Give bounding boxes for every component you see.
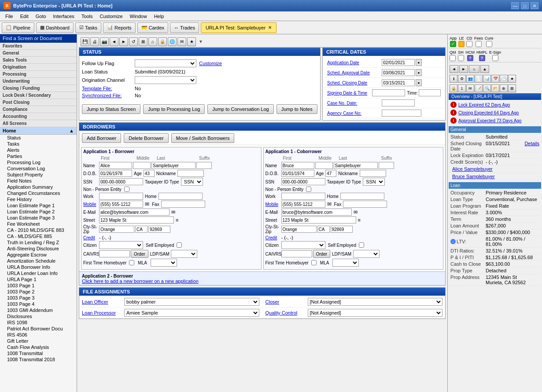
coborrower-fax-input[interactable] — [343, 201, 387, 208]
alice-link[interactable]: Alice Samplebuyer — [450, 166, 494, 172]
rp-tb2-6[interactable]: 📂 — [491, 84, 499, 92]
signing-date-input[interactable] — [372, 89, 405, 96]
sidebar-accounting[interactable]: Accounting — [0, 113, 77, 120]
esign-checkbox[interactable] — [492, 55, 498, 61]
sidebar-item-urla-lender[interactable]: URLA Lender Loan Info — [0, 270, 77, 276]
co-credit-link[interactable]: Credit — [265, 235, 280, 240]
sidebar-item-1003-page1[interactable]: 1003 Page 1 — [0, 282, 77, 289]
borrower-last-input[interactable] — [151, 162, 195, 169]
delete-borrower-button[interactable]: Delete Borrower — [124, 133, 168, 143]
sidebar-item-conversation-log[interactable]: Conversation Log — [0, 165, 77, 172]
sched-closing-input[interactable] — [382, 79, 415, 86]
rp-back-button[interactable]: ◄ — [450, 65, 458, 73]
sidebar-closing-funding[interactable]: Closing / Funding — [0, 85, 77, 92]
coborrower-suffix-input[interactable] — [379, 162, 394, 169]
alert-2-text[interactable]: Closing Expected 64 Days Ago — [458, 110, 519, 115]
sched-approval-calendar-icon[interactable]: ● — [416, 69, 422, 76]
coborrower-mobile-input[interactable] — [281, 201, 325, 208]
borrower-ssn-input[interactable] — [99, 178, 143, 185]
title-bar-controls[interactable]: — □ ✕ — [511, 2, 538, 9]
mobile-link[interactable]: Mobile — [83, 202, 98, 207]
active-tab[interactable]: URLA PI Test: Samplebuyer ✕ — [201, 22, 277, 33]
rp-tb2-4[interactable]: 📝 — [475, 84, 483, 92]
borrower-self-employed-checkbox[interactable] — [177, 242, 182, 248]
email-send-icon[interactable]: ✉ — [171, 209, 175, 215]
sidebar-compliance[interactable]: Compliance — [0, 106, 77, 113]
cardex-button[interactable]: 💳 Cardex — [137, 22, 168, 33]
orig-channel-select[interactable] — [135, 76, 196, 84]
coborrower-middle-input[interactable] — [315, 162, 333, 169]
fees-checkbox[interactable] — [476, 41, 482, 47]
sidebar-lock-desk[interactable]: Lock Desk / Secondary — [0, 92, 77, 99]
co-mobile-link[interactable]: Mobile — [265, 202, 280, 207]
rp-cal-icon[interactable]: 📅 — [491, 75, 499, 83]
borrower-citizen-select[interactable] — [99, 241, 143, 249]
rp-tb2-1[interactable]: 🔒 — [450, 84, 457, 92]
loan-processor-link[interactable]: Loan Processor — [82, 310, 122, 315]
coborrower-ssn-input[interactable] — [281, 178, 325, 185]
sidebar-item-ca885[interactable]: CA - MLDS/GFE 885 — [0, 233, 77, 239]
borrower-city-input[interactable] — [99, 226, 134, 233]
co-street-scroll-icon[interactable]: ≡ — [358, 217, 361, 223]
back-icon[interactable]: ◄ — [110, 37, 118, 46]
sidebar-item-1003-page3[interactable]: 1003 Page 3 — [0, 295, 77, 301]
rp-star-icon[interactable]: ★ — [508, 75, 516, 83]
coborrower-email-input[interactable] — [281, 209, 352, 216]
borrower-home-input[interactable] — [159, 193, 203, 200]
sidebar-item-status[interactable]: Status — [0, 135, 77, 141]
coborrower-work-input[interactable] — [281, 193, 325, 200]
menu-customize[interactable]: Customize — [96, 13, 126, 20]
borrower-middle-input[interactable] — [133, 162, 151, 169]
menu-interfaces[interactable]: Interfaces — [50, 13, 78, 20]
trades-button[interactable]: ↔ Trades — [170, 22, 199, 33]
coborrower-last-input[interactable] — [334, 162, 378, 169]
jump-processing-log-button[interactable]: Jump to Processing Log — [143, 104, 205, 114]
forward-icon[interactable]: ► — [119, 37, 128, 46]
sidebar-item-1003-page4[interactable]: 1003 Page 4 — [0, 301, 77, 307]
sched-closing-calendar-icon[interactable]: ● — [416, 79, 422, 86]
mail-icon[interactable]: ✉ — [177, 37, 186, 46]
borrower-state-input[interactable] — [135, 226, 147, 233]
sidebar-home-group[interactable]: Home ▲ — [0, 127, 77, 135]
sidebar-item-subject-property[interactable]: Subject Property — [0, 172, 77, 178]
sidebar-item-gift-letter[interactable]: Gift Letter — [0, 338, 77, 344]
globe-icon[interactable]: 🌐 — [168, 37, 177, 46]
coborrower-street-input[interactable] — [281, 216, 356, 223]
sidebar-item-parties[interactable]: Parties — [0, 153, 77, 159]
sidebar-item-tasks[interactable]: Tasks — [0, 141, 77, 147]
app-date-label[interactable]: Application Date — [327, 60, 380, 65]
coborrower-self-employed-checkbox[interactable] — [359, 242, 364, 248]
sidebar-item-changed-circ[interactable]: Changed Circumstances — [0, 190, 77, 196]
rp-tb2-2[interactable]: 1 — [458, 84, 466, 92]
tasks-button[interactable]: ☑ Tasks — [75, 22, 101, 33]
borrower-work-input[interactable] — [99, 193, 143, 200]
case-no-date-input[interactable] — [382, 99, 415, 106]
sched-approval-input[interactable] — [382, 69, 415, 76]
coborrower-order-button[interactable]: Order — [313, 250, 331, 258]
coborrower-citizen-select[interactable] — [281, 241, 325, 249]
borrower-street-input[interactable] — [99, 216, 174, 223]
sidebar-item-1003-gmi[interactable]: 1003 GMI Addendum — [0, 307, 77, 313]
borrower-first-time-checkbox[interactable] — [129, 260, 134, 265]
loan-processor-select[interactable]: Amiee Sample — [124, 309, 259, 317]
rp-clock-icon[interactable]: 🕐 — [500, 75, 508, 83]
synchronized-file-link[interactable]: Synchronized File: — [82, 93, 135, 98]
maximize-button[interactable]: □ — [521, 2, 529, 9]
sidebar-item-irs4506[interactable]: IRS 4506 — [0, 332, 77, 338]
sidebar-item-le-page2[interactable]: Loan Estimate Page 2 — [0, 209, 77, 215]
borrower-mobile-input[interactable] — [99, 201, 143, 208]
borrower-mla-select[interactable] — [151, 259, 177, 267]
sidebar-item-disclosures[interactable]: Disclosures — [0, 313, 77, 319]
sidebar-item-field-notes[interactable]: Field Notes — [0, 178, 77, 184]
move-borrower-button[interactable]: Move / Switch Borrowers — [171, 133, 235, 143]
menu-edit[interactable]: Edit — [17, 13, 32, 20]
pipeline-button[interactable]: 📋 Pipeline — [2, 22, 34, 33]
rp-gear-icon[interactable]: ⚙ — [458, 75, 466, 83]
coborrower-taxpayer-select[interactable]: SSN — [363, 178, 385, 186]
closer-select[interactable]: [Not Assigned] — [308, 298, 443, 306]
coborrower-nickname-input[interactable] — [360, 170, 386, 177]
rp-forward-button[interactable]: ► — [459, 65, 468, 73]
sidebar-item-anti-steering[interactable]: Anti-Steering Disclosure — [0, 245, 77, 252]
sidebar-item-irs1098[interactable]: IRS 1098 — [0, 319, 77, 326]
borrower-taxpayer-select[interactable]: SSN — [181, 178, 203, 186]
